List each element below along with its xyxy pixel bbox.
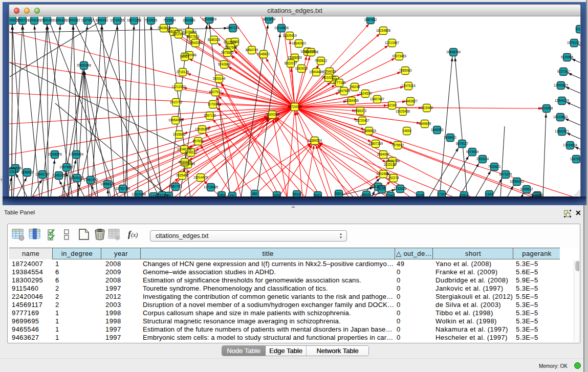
svg-text:7857224: 7857224 [227,26,239,30]
svg-text:6794028: 6794028 [323,70,336,73]
svg-text:15751074: 15751074 [567,41,580,45]
svg-text:252274: 252274 [388,176,399,180]
svg-text:19904445: 19904445 [309,70,324,74]
svg-text:9857791: 9857791 [169,185,182,188]
svg-text:122: 122 [151,194,157,196]
svg-text:8427512: 8427512 [209,90,222,94]
svg-text:16782759: 16782759 [116,187,130,190]
svg-text:13716485: 13716485 [204,185,219,189]
svg-text:9021: 9021 [314,193,322,196]
svg-text:62160: 62160 [387,103,397,107]
svg-text:2087682: 2087682 [364,18,377,21]
svg-text:1527602: 1527602 [81,18,94,22]
svg-text:10807487: 10807487 [370,97,385,101]
svg-text:8215958: 8215958 [540,106,553,110]
svg-text:2803144: 2803144 [213,77,226,80]
svg-text:13692971: 13692971 [555,129,570,133]
svg-text:11325419: 11325419 [282,34,297,37]
svg-text:96024: 96024 [362,193,371,196]
svg-text:2867608: 2867608 [225,46,237,49]
svg-text:9245612: 9245612 [520,187,533,191]
svg-text:1065326: 1065326 [54,18,67,22]
svg-text:12213302: 12213302 [171,85,186,89]
svg-text:17957253: 17957253 [83,178,98,182]
svg-text:16961758: 16961758 [304,50,319,54]
svg-text:12213967: 12213967 [385,41,400,45]
svg-text:9699695: 9699695 [419,122,431,125]
svg-text:9245: 9245 [417,193,424,196]
svg-text:98961: 98961 [180,55,189,58]
svg-text:13524851: 13524851 [376,172,391,176]
svg-text:5105: 5105 [378,187,386,191]
svg-text:3875685: 3875685 [221,51,234,54]
svg-text:6679137: 6679137 [456,142,469,145]
svg-text:16648784: 16648784 [446,50,461,54]
svg-text:6497508: 6497508 [338,89,351,93]
svg-text:6466160: 6466160 [96,18,108,22]
svg-text:12444139: 12444139 [555,99,570,102]
svg-text:746246: 746246 [349,85,360,89]
svg-text:20514: 20514 [460,193,469,196]
svg-text:10653267: 10653267 [66,18,81,22]
svg-text:18807269: 18807269 [368,142,383,145]
svg-text:16914479: 16914479 [193,176,208,179]
svg-text:1343: 1343 [486,192,493,196]
svg-text:10688609: 10688609 [362,129,377,133]
svg-text:11123: 11123 [576,27,580,31]
svg-text:8454749: 8454749 [246,48,258,52]
svg-text:18724007: 18724007 [288,105,302,108]
svg-text:16210643: 16210643 [553,115,568,119]
svg-text:7485063: 7485063 [399,69,412,72]
svg-text:10975867: 10975867 [59,165,74,169]
svg-text:18300295: 18300295 [265,113,280,116]
svg-text:14463627: 14463627 [403,99,418,103]
svg-text:10958127: 10958127 [100,182,115,186]
svg-text:7515526: 7515526 [145,18,158,22]
svg-text:9242848: 9242848 [218,62,231,66]
svg-text:2684067: 2684067 [377,152,390,156]
svg-text:16033809: 16033809 [202,17,217,21]
svg-text:1615132: 1615132 [384,163,397,166]
svg-text:19654: 19654 [402,129,411,133]
svg-text:13975115: 13975115 [401,84,416,87]
svg-text:1156829: 1156829 [21,170,34,174]
svg-text:1546: 1546 [231,40,239,43]
svg-text:9146821: 9146821 [257,52,270,56]
svg-text:1010752: 1010752 [170,100,183,104]
svg-text:12505135: 12505135 [70,176,84,180]
svg-text:8471676: 8471676 [499,172,512,176]
svg-text:8186328: 8186328 [208,38,221,41]
svg-text:20514: 20514 [334,192,343,195]
svg-text:17359924: 17359924 [69,152,84,156]
svg-text:21364436: 21364436 [344,99,359,102]
svg-text:2055724: 2055724 [16,18,29,22]
svg-text:9115460: 9115460 [421,106,433,110]
svg-text:9827503: 9827503 [187,35,200,38]
svg-text:7955812: 7955812 [315,59,328,62]
svg-text:19218506: 19218506 [274,26,289,30]
svg-text:857833: 857833 [192,139,204,143]
svg-text:87061: 87061 [532,194,541,196]
svg-text:3267110: 3267110 [204,114,216,117]
svg-text:1624534: 1624534 [359,92,372,95]
svg-text:10719155: 10719155 [110,18,125,22]
svg-text:7632621: 7632621 [488,165,501,168]
svg-text:1145193: 1145193 [53,173,66,177]
svg-text:1362615: 1362615 [295,67,308,70]
svg-text:1603380: 1603380 [183,18,195,22]
svg-text:117004: 117004 [208,102,219,106]
svg-text:15720407: 15720407 [355,119,370,122]
svg-text:(x): (x) [131,231,138,238]
svg-text:2933114: 2933114 [476,157,489,161]
svg-text:17327: 17327 [437,192,446,196]
svg-text:7975692: 7975692 [391,143,404,147]
svg-text:1916685: 1916685 [173,133,186,136]
svg-text:10973493: 10973493 [392,54,407,58]
svg-text:2718126: 2718126 [177,70,189,74]
svg-text:1052: 1052 [218,193,226,196]
svg-text:1201: 1201 [273,193,281,196]
svg-text:882: 882 [252,192,258,195]
svg-text:4498222: 4498222 [185,150,198,154]
svg-text:17016504: 17016504 [563,143,578,147]
svg-text:931: 931 [166,194,172,196]
